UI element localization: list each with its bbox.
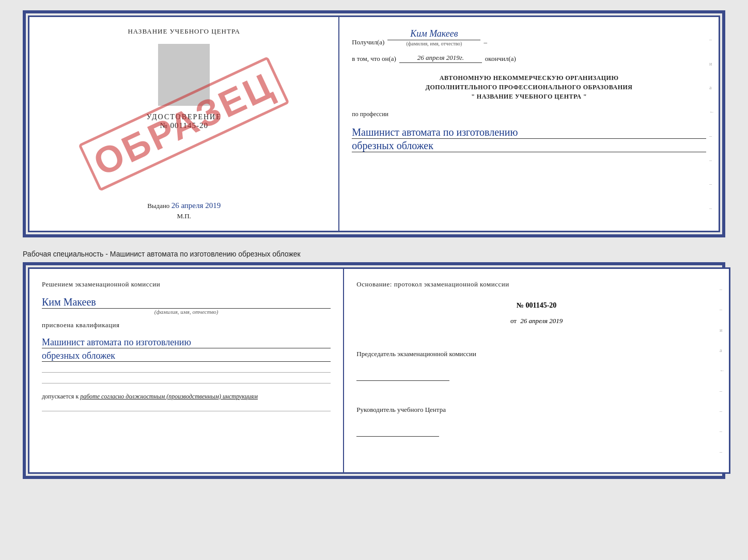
profession-label: по профессии: [352, 110, 706, 118]
received-name-group: Ким Макеев (фамилия, имя, отчество): [387, 27, 480, 46]
doc-number: № 001145-20: [160, 121, 208, 130]
doc-type-label: УДОСТОВЕРЕНИЕ: [147, 113, 222, 121]
decision-label: Решением экзаменационной комиссии: [42, 279, 331, 290]
commission-chair-label: Председатель экзаменационной комиссии: [356, 350, 716, 358]
mp-label: М.П.: [177, 212, 191, 220]
allowed-prefix: допускается к: [42, 393, 79, 400]
cert-right-panel: Получил(а) Ким Макеев (фамилия, имя, отч…: [339, 17, 719, 231]
org-block: АВТОНОМНУЮ НЕКОММЕРЧЕСКУЮ ОРГАНИЗАЦИЮ ДО…: [352, 73, 706, 101]
bottom-person-name: Ким Макеев: [42, 296, 331, 309]
received-row: Получил(а) Ким Макеев (фамилия, имя, отч…: [352, 27, 706, 46]
date-value: 26 апреля 2019: [520, 317, 563, 325]
bottom-person-group: Ким Макеев (фамилия, имя, отчество): [42, 295, 331, 315]
profession-name-group: Машинист автомата по изготовлению обрезн…: [352, 125, 706, 152]
qual-line1: Машинист автомата по изготовлению: [42, 337, 331, 348]
org-line1: АВТОНОМНУЮ НЕКОММЕРЧЕСКУЮ ОРГАНИЗАЦИЮ: [352, 73, 706, 83]
vydano-label: Выдано: [147, 202, 169, 210]
qualification-name-group: Машинист автомата по изготовлению обрезн…: [42, 336, 331, 362]
date-prefix: от: [510, 317, 517, 325]
qualification-label: присвоена квалификация: [42, 320, 331, 331]
date-row: от 26 апреля 2019: [356, 317, 716, 325]
completion-row: в том, что он(а) 26 апреля 2019г. окончи…: [352, 54, 706, 63]
right-margin: – и а ← – – – –: [709, 17, 719, 231]
name-caption-top: (фамилия, имя, отчество): [387, 41, 480, 46]
line1: [42, 372, 331, 373]
cert-left-panel: НАЗВАНИЕ УЧЕБНОГО ЦЕНТРА ОБРАЗЕЦ УДОСТОВ…: [29, 17, 339, 231]
bottom-name-caption: (фамилия, имя, отчество): [42, 309, 331, 315]
center-head-signature: [356, 424, 439, 437]
photo-area: [158, 44, 210, 106]
finished-label: окончил(а): [485, 55, 516, 63]
center-head-label: Руководитель учебного Центра: [356, 406, 716, 414]
received-name: Ким Макеев: [387, 28, 480, 40]
vydano-line: Выдано 26 апреля 2019: [147, 186, 221, 210]
basis-label: Основание: протокол экзаменационной коми…: [356, 279, 716, 290]
dash-1: –: [484, 38, 487, 46]
top-certificate: НАЗВАНИЕ УЧЕБНОГО ЦЕНТРА ОБРАЗЕЦ УДОСТОВ…: [28, 15, 720, 232]
bottom-right-margin: – – и а ← – – – –: [720, 269, 729, 472]
profession-line1: Машинист автомата по изготовлению: [352, 126, 706, 139]
received-label: Получил(а): [352, 38, 384, 46]
line2: [42, 383, 331, 383]
org-line3: " НАЗВАНИЕ УЧЕБНОГО ЦЕНТРА ": [352, 92, 706, 101]
completion-date: 26 апреля 2019г.: [399, 54, 482, 63]
vydano-date: 26 апреля 2019: [172, 201, 221, 210]
bottom-right-panel: Основание: протокол экзаменационной коми…: [344, 269, 729, 472]
protocol-number: № 001145-20: [356, 301, 716, 310]
qual-line2: обрезных обложек: [42, 350, 331, 362]
allowed-text-group: допускается к работе согласно должностны…: [42, 393, 331, 401]
in-that-prefix: в том, что он(а): [352, 55, 396, 63]
bottom-certificate: Решением экзаменационной комиссии Ким Ма…: [28, 267, 730, 474]
allowed-text: работе согласно должностным (производств…: [80, 393, 258, 400]
profession-line2: обрезных обложек: [352, 140, 706, 152]
separator-text: Рабочая специальность - Машинист автомат…: [23, 246, 725, 262]
commission-chair-signature: [356, 369, 449, 381]
line3: [42, 411, 331, 411]
school-name-top: НАЗВАНИЕ УЧЕБНОГО ЦЕНТРА: [128, 27, 240, 36]
bottom-left-panel: Решением экзаменационной комиссии Ким Ма…: [29, 269, 344, 472]
org-line2: ДОПОЛНИТЕЛЬНОГО ПРОФЕССИОНАЛЬНОГО ОБРАЗО…: [352, 83, 706, 92]
